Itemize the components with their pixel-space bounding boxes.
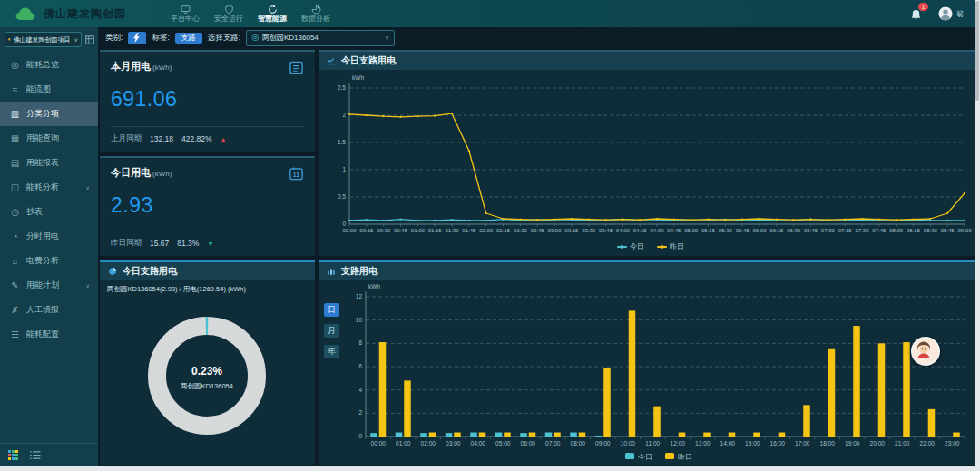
svg-text:00:30: 00:30 — [377, 228, 391, 233]
sidebar-item-8[interactable]: ⌂电费分析 — [0, 249, 98, 273]
notifications-button[interactable]: 1 — [910, 8, 922, 20]
sidebar-item-1[interactable]: ≈能流图 — [0, 77, 98, 102]
svg-text:06:00: 06:00 — [752, 228, 767, 233]
legend-item-0[interactable]: 今日 — [625, 453, 652, 461]
monitor-icon — [181, 5, 191, 15]
legend-item-1[interactable]: 昨日 — [657, 242, 684, 250]
svg-text:03:15: 03:15 — [564, 228, 579, 233]
svg-text:08:00: 08:00 — [571, 440, 586, 446]
svg-text:23:00: 23:00 — [945, 440, 960, 446]
calendar-icon[interactable]: 11 — [289, 166, 304, 182]
today-compare-row: 昨日同期 15.67 81.3% ▼ — [111, 231, 304, 249]
month-percent: 422.82% — [181, 134, 212, 143]
user-avatar — [938, 6, 953, 21]
user-menu[interactable]: 翁 — [938, 6, 964, 21]
sidebar-item-icon: ◔ — [10, 232, 20, 241]
sidebar-item-5[interactable]: ◫能耗分析∨ — [0, 175, 98, 200]
chevron-down-icon: ∨ — [86, 282, 90, 289]
svg-text:20:00: 20:00 — [870, 440, 886, 446]
sidebar-menu: ◎能耗总览≈能流图▥分类分项▦用能查询▤用能报表◫能耗分析∨◷抄表◔分时用电⌂电… — [0, 53, 98, 347]
svg-text:09:00: 09:00 — [957, 228, 972, 233]
sidebar-item-3[interactable]: ▦用能查询 — [0, 126, 98, 151]
svg-text:6: 6 — [358, 363, 362, 369]
today-compare-value: 15.67 — [150, 239, 169, 248]
nav-item-1[interactable]: 安全运行 — [214, 5, 243, 23]
svg-text:16:00: 16:00 — [770, 440, 786, 446]
top-header: 佛山建发陶创园 平台中心安全运行智慧能源数据分析 1 翁 — [0, 0, 975, 27]
electricity-category-button[interactable] — [128, 32, 146, 44]
line-chart-svg: 00.511.522.5kWh00:0000:1500:3000:4501:00… — [318, 70, 975, 257]
schedule-icon[interactable] — [289, 60, 304, 75]
vertical-scrollbar-thumb[interactable] — [975, 1, 979, 101]
svg-text:2: 2 — [342, 112, 346, 118]
svg-text:0.23%: 0.23% — [191, 365, 222, 378]
sidebar-item-2[interactable]: ▥分类分项 — [0, 102, 98, 126]
svg-text:01:30: 01:30 — [445, 228, 459, 233]
svg-text:kWh: kWh — [352, 74, 364, 81]
svg-text:18:00: 18:00 — [820, 440, 836, 446]
vertical-scrollbar[interactable] — [975, 0, 980, 471]
nav-item-label: 平台中心 — [171, 15, 200, 23]
tab-period-2[interactable]: 年 — [324, 345, 339, 358]
menu-list-icon[interactable] — [29, 450, 41, 460]
assistant-avatar[interactable] — [911, 337, 940, 366]
svg-text:04:00: 04:00 — [471, 440, 486, 446]
svg-text:07:15: 07:15 — [838, 228, 853, 233]
svg-text:昨日: 昨日 — [670, 242, 684, 250]
user-name: 翁 — [956, 9, 964, 19]
sidebar-item-icon: ◎ — [10, 61, 20, 70]
sidebar-item-9[interactable]: ✎用能计划∨ — [0, 273, 98, 298]
nav-item-0[interactable]: 平台中心 — [171, 5, 200, 23]
branch-select[interactable]: ◎ 两创园KD136054 ∨ — [246, 30, 395, 46]
svg-text:00:00: 00:00 — [342, 228, 357, 233]
svg-text:07:45: 07:45 — [872, 228, 887, 233]
sidebar-item-4[interactable]: ▤用能报表 — [0, 151, 98, 175]
svg-text:1.5: 1.5 — [338, 139, 346, 145]
target-icon: ◎ — [251, 34, 259, 42]
sidebar-item-11[interactable]: ☷能耗配置 — [0, 322, 98, 347]
nav-item-3[interactable]: 数据分析 — [301, 5, 330, 23]
svg-text:今日: 今日 — [638, 453, 652, 461]
sidebar-item-label: 分类分项 — [26, 108, 59, 120]
sidebar-item-10[interactable]: ✗人工填报 — [0, 298, 98, 322]
branch-label: 选择支路: — [208, 33, 240, 44]
svg-text:02:00: 02:00 — [421, 440, 436, 446]
chevron-down-icon: ∨ — [86, 184, 90, 191]
svg-text:4: 4 — [358, 387, 362, 393]
sidebar-item-icon: ✗ — [10, 306, 20, 315]
horizontal-scrollbar[interactable] — [0, 466, 975, 471]
svg-text:05:00: 05:00 — [684, 228, 699, 233]
legend-item-1[interactable]: 昨日 — [665, 453, 692, 461]
branch-tag-button[interactable]: 支路 — [175, 33, 202, 44]
sidebar-item-7[interactable]: ◔分时用电 — [0, 224, 98, 249]
expand-project-icon[interactable] — [85, 35, 94, 44]
today-compare-label: 昨日同期 — [111, 238, 142, 249]
project-selector[interactable]: 佛山建发陶创园项目 ∨ — [5, 32, 82, 47]
tab-period-0[interactable]: 日 — [324, 303, 339, 317]
sidebar-item-0[interactable]: ◎能耗总览 — [0, 53, 98, 77]
svg-text:13:00: 13:00 — [695, 440, 710, 446]
sidebar-item-6[interactable]: ◷抄表 — [0, 200, 98, 224]
sidebar-item-icon: ✎ — [10, 281, 20, 290]
svg-text:06:30: 06:30 — [787, 228, 801, 233]
sidebar-item-label: 分时用电 — [26, 231, 59, 242]
legend-item-0[interactable]: 今日 — [617, 242, 644, 250]
nav-item-2[interactable]: 智慧能源 — [258, 5, 287, 23]
bar-chart-svg: 024681012kWh00:0001:0002:0003:0004:0005:… — [318, 280, 975, 466]
svg-text:00:45: 00:45 — [394, 228, 408, 233]
svg-text:15:00: 15:00 — [745, 440, 760, 446]
tab-period-1[interactable]: 月 — [324, 324, 339, 338]
assistant-girl-icon — [913, 339, 935, 360]
svg-text:05:00: 05:00 — [495, 440, 511, 446]
svg-text:12:00: 12:00 — [671, 440, 686, 446]
sidebar-item-icon: ⌂ — [10, 257, 20, 266]
shield-icon — [224, 5, 234, 15]
svg-text:11: 11 — [293, 172, 300, 179]
app-title: 佛山建发陶创园 — [44, 6, 126, 22]
apps-grid-icon[interactable] — [8, 450, 18, 460]
today-card-unit: (kWh) — [152, 170, 172, 178]
svg-text:两创园KD136054: 两创园KD136054 — [180, 382, 233, 390]
sidebar-item-icon: ◫ — [10, 183, 20, 192]
svg-text:kWh: kWh — [368, 283, 380, 289]
donut-chart-svg: 0.23%两创园KD136054 — [100, 294, 315, 463]
